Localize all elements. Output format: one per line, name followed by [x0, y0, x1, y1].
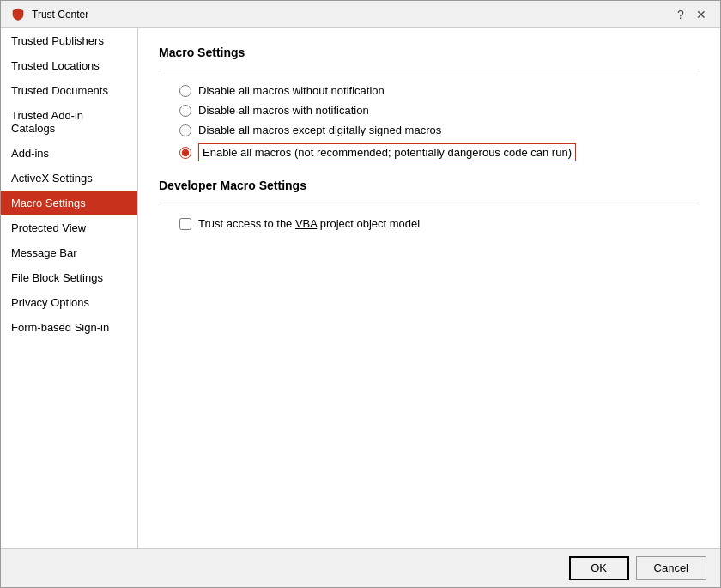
- sidebar-item-message-bar[interactable]: Message Bar: [1, 240, 137, 265]
- dialog-content: Trusted Publishers Trusted Locations Tru…: [1, 28, 720, 548]
- radio-option-enable-all[interactable]: Enable all macros (not recommended; pote…: [179, 143, 700, 161]
- radio-label-enable-all: Enable all macros (not recommended; pote…: [198, 143, 576, 161]
- sidebar-item-protected-view[interactable]: Protected View: [1, 215, 137, 240]
- dialog-title: Trust Center: [32, 9, 88, 21]
- cancel-button[interactable]: Cancel: [636, 556, 706, 580]
- close-button[interactable]: ✕: [693, 6, 710, 23]
- section-divider-developer: [159, 203, 700, 203]
- macro-settings-title: Macro Settings: [159, 45, 700, 59]
- sidebar-item-form-based-sign-in[interactable]: Form-based Sign-in: [1, 315, 137, 340]
- sidebar-item-activex-settings[interactable]: ActiveX Settings: [1, 166, 137, 191]
- radio-option-disable-with-notif[interactable]: Disable all macros with notification: [179, 104, 700, 117]
- main-panel: Macro Settings Disable all macros withou…: [138, 28, 720, 548]
- sidebar-item-macro-settings[interactable]: Macro Settings: [1, 191, 137, 215]
- trust-center-dialog: Trust Center ? ✕ Trusted Publishers Trus…: [0, 0, 721, 588]
- sidebar-item-privacy-options[interactable]: Privacy Options: [1, 290, 137, 315]
- radio-enable-all[interactable]: [179, 147, 191, 159]
- sidebar-item-trusted-publishers[interactable]: Trusted Publishers: [1, 28, 137, 53]
- developer-section-title: Developer Macro Settings: [159, 179, 700, 192]
- shield-icon: [11, 8, 25, 21]
- title-bar: Trust Center ? ✕: [1, 1, 720, 28]
- sidebar-item-trusted-add-in-catalogs[interactable]: Trusted Add-in Catalogs: [1, 103, 137, 141]
- radio-disable-except-signed[interactable]: [179, 124, 191, 136]
- sidebar-item-trusted-locations[interactable]: Trusted Locations: [1, 53, 137, 78]
- macro-radio-group: Disable all macros without notification …: [179, 84, 700, 161]
- vba-access-checkbox-label[interactable]: Trust access to the VBA project object m…: [179, 217, 700, 230]
- radio-disable-no-notif[interactable]: [179, 85, 191, 97]
- help-button[interactable]: ?: [672, 6, 689, 23]
- radio-label-disable-with-notif: Disable all macros with notification: [198, 104, 369, 117]
- sidebar-item-add-ins[interactable]: Add-ins: [1, 141, 137, 166]
- radio-disable-with-notif[interactable]: [179, 105, 191, 117]
- radio-option-disable-no-notif[interactable]: Disable all macros without notification: [179, 84, 700, 97]
- ok-button[interactable]: OK: [569, 556, 629, 580]
- sidebar-item-file-block-settings[interactable]: File Block Settings: [1, 265, 137, 290]
- title-bar-left: Trust Center: [11, 8, 88, 21]
- radio-label-disable-except-signed: Disable all macros except digitally sign…: [198, 124, 441, 136]
- dialog-footer: OK Cancel: [1, 548, 720, 587]
- radio-option-disable-except-signed[interactable]: Disable all macros except digitally sign…: [179, 124, 700, 136]
- sidebar: Trusted Publishers Trusted Locations Tru…: [1, 28, 138, 548]
- sidebar-item-trusted-documents[interactable]: Trusted Documents: [1, 78, 137, 103]
- vba-underline-text: VBA: [295, 217, 317, 230]
- section-divider-top: [159, 70, 700, 70]
- radio-label-disable-no-notif: Disable all macros without notification: [198, 84, 385, 97]
- vba-access-checkbox[interactable]: [179, 218, 191, 230]
- title-bar-controls: ? ✕: [672, 6, 710, 23]
- vba-access-label: Trust access to the VBA project object m…: [198, 217, 420, 230]
